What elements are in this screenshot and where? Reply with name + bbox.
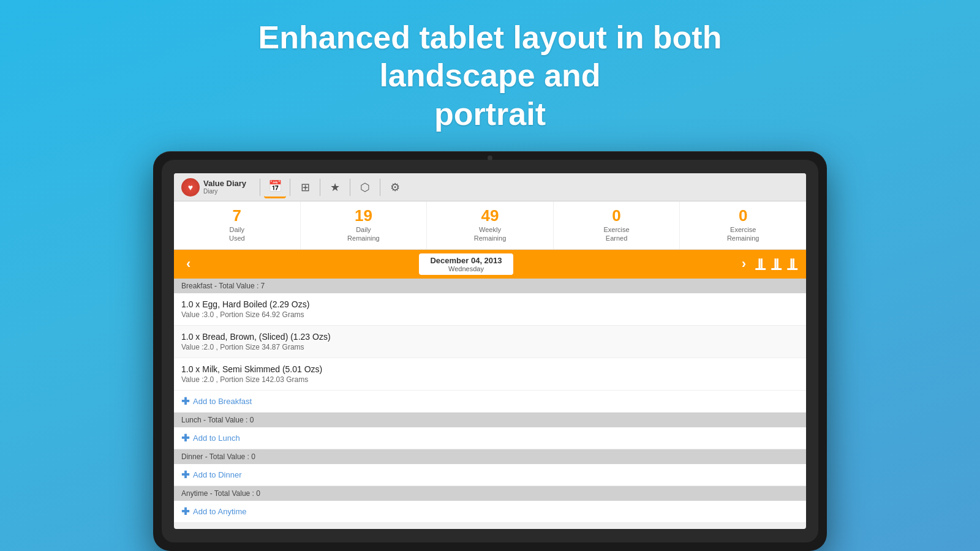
app-name: Value Diary — [203, 179, 246, 188]
add-btn-section-3[interactable]: ✚ Add to Anytime — [174, 501, 806, 523]
toolbar-divider-1 — [260, 179, 260, 196]
title-line2: portrait — [434, 96, 546, 132]
stat-label-1: DailyRemaining — [347, 225, 380, 243]
add-btn-section-1[interactable]: ✚ Add to Lunch — [174, 427, 806, 449]
stat-item-2: 49 WeeklyRemaining — [427, 201, 554, 249]
stat-number-0: 7 — [233, 208, 241, 223]
stat-item-0: 7 DailyUsed — [174, 201, 301, 249]
stat-label-0: DailyUsed — [229, 225, 245, 243]
settings-icon-btn[interactable]: ⚙ — [384, 176, 406, 198]
plus-icon-3: ✚ — [181, 506, 189, 517]
logo-icon: ♥ — [181, 178, 200, 197]
tablet-camera — [488, 156, 492, 160]
food-item-0-2[interactable]: 1.0 x Milk, Semi Skimmed (5.01 Ozs) Valu… — [174, 358, 806, 391]
barcode-icon[interactable]: ⫫⫫⫫ — [752, 254, 800, 274]
food-item-0-1[interactable]: 1.0 x Bread, Brown, (Sliced) (1.23 Ozs) … — [174, 326, 806, 358]
section-header-0: Breakfast - Total Value : 7 — [174, 279, 806, 293]
tablet-frame: ♥ Value Diary Diary 📅 ⊞ ★ ⬡ ⚙ — [153, 151, 827, 551]
stat-item-1: 19 DailyRemaining — [301, 201, 428, 249]
toolbar-divider-2 — [290, 179, 290, 196]
toolbar-divider-3 — [320, 179, 320, 196]
app-subtitle: Diary — [203, 188, 246, 195]
stat-label-4: ExerciseRemaining — [727, 225, 760, 243]
food-name: 1.0 x Egg, Hard Boiled (2.29 Ozs) — [181, 299, 799, 309]
add-btn-label-2[interactable]: Add to Dinner — [193, 470, 242, 479]
toolbar-divider-5 — [380, 179, 380, 196]
add-btn-label-0[interactable]: Add to Breakfast — [193, 397, 252, 406]
app-toolbar: ♥ Value Diary Diary 📅 ⊞ ★ ⬡ ⚙ — [174, 173, 806, 201]
logo-text: Value Diary Diary — [203, 179, 246, 195]
title-line1: Enhanced tablet layout in both landscape… — [258, 20, 722, 93]
date-nav-bar: ‹ December 04, 2013 Wednesday › ⫫⫫⫫ — [174, 250, 806, 279]
food-detail: Value :2.0 , Portion Size 142.03 Grams — [181, 375, 799, 384]
stats-bar: 7 DailyUsed 19 DailyRemaining 49 WeeklyR… — [174, 201, 806, 250]
page-title: Enhanced tablet layout in both landscape… — [214, 18, 766, 133]
tablet-outer-bezel: ♥ Value Diary Diary 📅 ⊞ ★ ⬡ ⚙ — [153, 151, 827, 551]
plus-icon-2: ✚ — [181, 469, 189, 481]
prev-date-button[interactable]: ‹ — [180, 253, 197, 274]
add-btn-label-3[interactable]: Add to Anytime — [193, 507, 246, 516]
next-date-button[interactable]: › — [736, 253, 752, 274]
food-detail: Value :2.0 , Portion Size 34.87 Grams — [181, 343, 799, 351]
section-header-2: Dinner - Total Value : 0 — [174, 449, 806, 464]
stat-number-4: 0 — [739, 208, 747, 223]
food-detail: Value :3.0 , Portion Size 64.92 Grams — [181, 310, 799, 319]
plus-icon-1: ✚ — [181, 432, 189, 444]
section-header-3: Anytime - Total Value : 0 — [174, 486, 806, 501]
tablet-screen: ♥ Value Diary Diary 📅 ⊞ ★ ⬡ ⚙ — [174, 173, 806, 529]
date-box: December 04, 2013 Wednesday — [419, 253, 513, 275]
add-btn-section-0[interactable]: ✚ Add to Breakfast — [174, 391, 806, 413]
day-display: Wednesday — [430, 265, 502, 272]
food-item-0-0[interactable]: 1.0 x Egg, Hard Boiled (2.29 Ozs) Value … — [174, 293, 806, 326]
grid-icon-btn[interactable]: ⊞ — [294, 176, 316, 198]
stat-number-1: 19 — [355, 208, 372, 223]
food-name: 1.0 x Bread, Brown, (Sliced) (1.23 Ozs) — [181, 332, 799, 342]
stat-label-2: WeeklyRemaining — [474, 225, 507, 243]
date-display: December 04, 2013 — [430, 256, 502, 265]
food-list: Breakfast - Total Value : 7 1.0 x Egg, H… — [174, 279, 806, 523]
stat-number-3: 0 — [612, 208, 620, 223]
app-logo: ♥ Value Diary Diary — [181, 178, 246, 197]
stat-item-3: 0 ExerciseEarned — [554, 201, 680, 249]
add-btn-label-1[interactable]: Add to Lunch — [193, 433, 240, 443]
plus-icon-0: ✚ — [181, 395, 189, 407]
stat-item-4: 0 ExerciseRemaining — [680, 201, 806, 249]
add-btn-section-2[interactable]: ✚ Add to Dinner — [174, 464, 806, 486]
date-center: December 04, 2013 Wednesday — [197, 253, 735, 275]
stat-number-2: 49 — [481, 208, 499, 223]
stat-label-3: ExerciseEarned — [603, 225, 629, 243]
tablet-inner-bezel: ♥ Value Diary Diary 📅 ⊞ ★ ⬡ ⚙ — [162, 160, 818, 542]
star-icon-btn[interactable]: ★ — [324, 176, 346, 198]
calendar-icon-btn[interactable]: 📅 — [264, 176, 286, 198]
section-header-1: Lunch - Total Value : 0 — [174, 413, 806, 427]
toolbar-divider-4 — [350, 179, 350, 196]
food-name: 1.0 x Milk, Semi Skimmed (5.01 Ozs) — [181, 364, 799, 374]
chart-icon-btn[interactable]: ⬡ — [354, 176, 376, 198]
